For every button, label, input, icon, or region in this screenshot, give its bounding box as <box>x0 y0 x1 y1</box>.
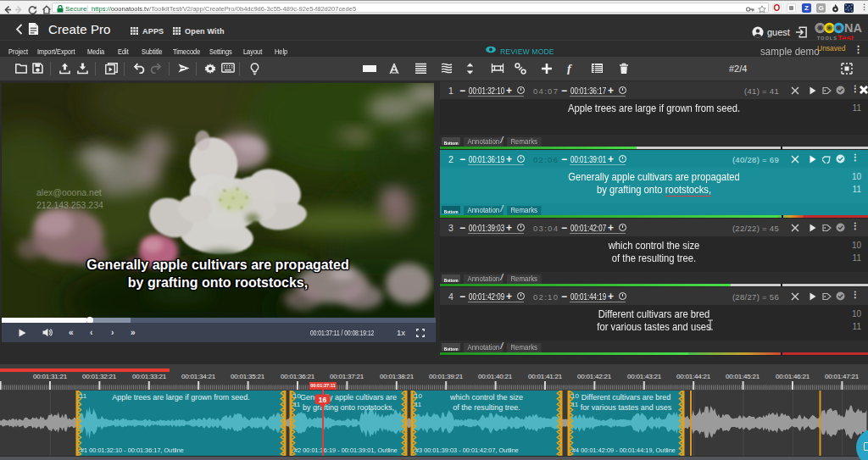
svg-text:f: f <box>567 63 572 75</box>
svg-text:16: 16 <box>319 396 327 404</box>
